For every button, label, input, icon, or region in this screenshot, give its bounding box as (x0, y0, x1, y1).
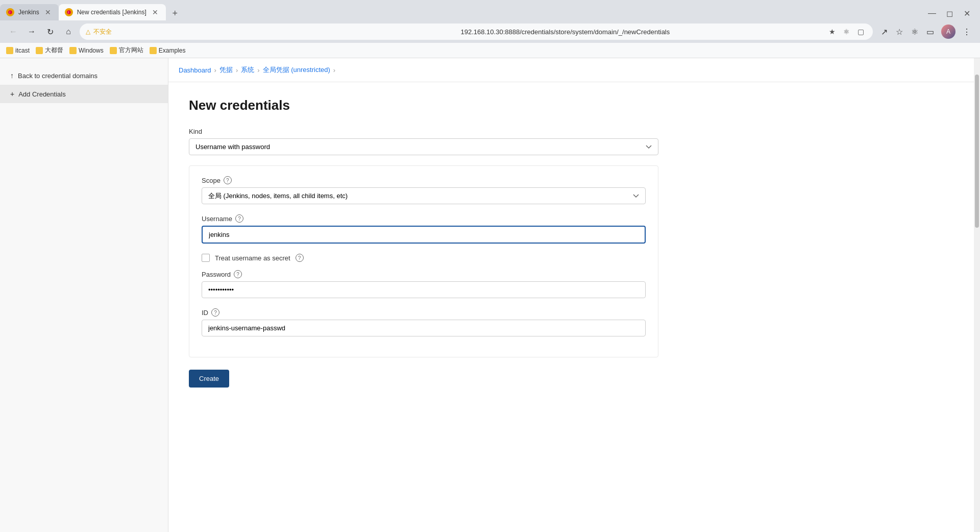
treat-username-checkbox[interactable] (202, 254, 210, 262)
id-label: ID (202, 309, 208, 317)
jenkins-tab-close[interactable]: ✕ (43, 8, 53, 17)
bookmark-itcast[interactable]: itcast (6, 47, 30, 54)
maximize-button[interactable]: ◻ (942, 6, 957, 20)
kind-select[interactable]: Username with password (189, 138, 658, 155)
treat-username-row: Treat username as secret ? (202, 254, 646, 262)
split-screen-icon[interactable]: ▢ (854, 26, 867, 38)
username-group: Username ? (202, 214, 646, 244)
sidebar-item-add-credentials[interactable]: + Add Credentials (0, 85, 168, 103)
bookmark-windows-label: Windows (79, 47, 104, 54)
back-arrow-icon: ↑ (10, 71, 14, 80)
extensions-icon[interactable]: ⚛ (840, 26, 852, 38)
breadcrumb-sep-2: › (236, 66, 238, 74)
form-area: New credentials Kind Username with passw… (168, 82, 679, 403)
breadcrumb-sep-3: › (257, 66, 259, 74)
password-input[interactable] (202, 281, 646, 298)
page-title: New credentials (189, 98, 658, 113)
tab-jenkins[interactable]: J Jenkins ✕ (0, 4, 59, 20)
bookmark-icon[interactable]: ☆ (892, 25, 906, 39)
id-group: ID ? (202, 308, 646, 336)
security-label: 不安全 (93, 28, 456, 36)
tab-new-credentials[interactable]: J New credentials [Jenkins] ✕ (59, 4, 166, 20)
bookmark-examples[interactable]: Examples (150, 47, 186, 54)
puzzle-icon[interactable]: ⚛ (908, 25, 922, 39)
menu-icon[interactable]: ⋮ (960, 25, 974, 39)
bookmark-windows-icon (69, 47, 77, 54)
close-button[interactable]: ✕ (960, 6, 974, 20)
bookmark-dadu-icon (36, 47, 43, 54)
bookmark-dadu[interactable]: 大都督 (36, 46, 63, 55)
new-credentials-tab-favicon: J (65, 8, 73, 16)
create-button[interactable]: Create (189, 370, 229, 388)
password-help-icon[interactable]: ? (234, 270, 242, 278)
breadcrumb-credentials[interactable]: 凭据 (219, 65, 233, 75)
bookmark-examples-label: Examples (159, 47, 186, 54)
username-input[interactable] (202, 226, 646, 244)
bookmark-itcast-label: itcast (15, 47, 30, 54)
add-icon: + (10, 90, 14, 98)
username-label: Username (202, 215, 232, 223)
back-button[interactable]: ← (6, 25, 20, 39)
breadcrumb: Dashboard › 凭据 › 系统 › 全局凭据 (unrestricted… (168, 58, 980, 82)
username-help-icon[interactable]: ? (235, 214, 243, 223)
url-text: 192.168.10.30:8888/credentials/store/sys… (461, 28, 823, 36)
profile-avatar[interactable]: A (941, 25, 955, 39)
reload-button[interactable]: ↻ (43, 25, 57, 39)
sidebar: ↑ Back to credential domains + Add Crede… (0, 58, 168, 532)
bookmark-windows[interactable]: Windows (69, 47, 104, 54)
sidebar-item-back[interactable]: ↑ Back to credential domains (0, 66, 168, 85)
bookmark-star-icon[interactable]: ★ (826, 26, 838, 38)
new-credentials-tab-close[interactable]: ✕ (151, 8, 160, 17)
sidebar-item-add-label: Add Credentials (18, 90, 66, 98)
new-credentials-tab-title: New credentials [Jenkins] (77, 9, 146, 16)
scope-group: Scope ? 全局 (Jenkins, nodes, items, all c… (202, 176, 646, 204)
scope-select[interactable]: 全局 (Jenkins, nodes, items, all child ite… (202, 187, 646, 204)
breadcrumb-sep-1: › (214, 66, 216, 74)
kind-label: Kind (189, 128, 202, 135)
breadcrumb-system[interactable]: 系统 (241, 65, 254, 75)
jenkins-tab-favicon: J (6, 8, 14, 16)
bookmark-dadu-label: 大都督 (45, 46, 63, 55)
sidebar-toggle-icon[interactable]: ▭ (923, 25, 937, 39)
treat-username-help-icon[interactable]: ? (296, 254, 304, 262)
scrollbar-thumb[interactable] (975, 75, 979, 228)
bookmark-itcast-icon (6, 47, 13, 54)
scrollbar[interactable] (974, 58, 980, 532)
bookmark-official-icon (110, 47, 117, 54)
password-label: Password (202, 271, 231, 278)
main-content: Dashboard › 凭据 › 系统 › 全局凭据 (unrestricted… (168, 58, 980, 532)
url-bar[interactable]: △ 不安全 192.168.10.30:8888/credentials/sto… (80, 23, 873, 40)
credentials-form-inner: Scope ? 全局 (Jenkins, nodes, items, all c… (189, 165, 658, 357)
breadcrumb-dashboard[interactable]: Dashboard (179, 66, 211, 74)
bookmark-official-label: 官方网站 (119, 46, 143, 55)
sidebar-item-back-label: Back to credential domains (18, 72, 97, 80)
bookmarks-bar: itcast 大都督 Windows 官方网站 Examples (0, 43, 980, 58)
id-input[interactable] (202, 320, 646, 336)
breadcrumb-sep-4: › (333, 66, 335, 74)
new-tab-button[interactable]: + (168, 6, 182, 20)
share-icon[interactable]: ↗ (877, 25, 891, 39)
forward-button[interactable]: → (24, 25, 39, 39)
bookmark-examples-icon (150, 47, 157, 54)
security-warning-icon: △ (86, 28, 90, 35)
kind-group: Kind Username with password (189, 128, 658, 155)
jenkins-tab-title: Jenkins (18, 9, 39, 16)
id-help-icon[interactable]: ? (211, 308, 219, 317)
password-group: Password ? (202, 270, 646, 298)
breadcrumb-global[interactable]: 全局凭据 (unrestricted) (263, 65, 330, 75)
minimize-button[interactable]: — (925, 6, 939, 20)
scope-help-icon[interactable]: ? (224, 176, 232, 184)
scope-label: Scope (202, 177, 220, 184)
home-button[interactable]: ⌂ (61, 25, 76, 39)
treat-username-label: Treat username as secret (215, 254, 290, 262)
bookmark-official[interactable]: 官方网站 (110, 46, 143, 55)
